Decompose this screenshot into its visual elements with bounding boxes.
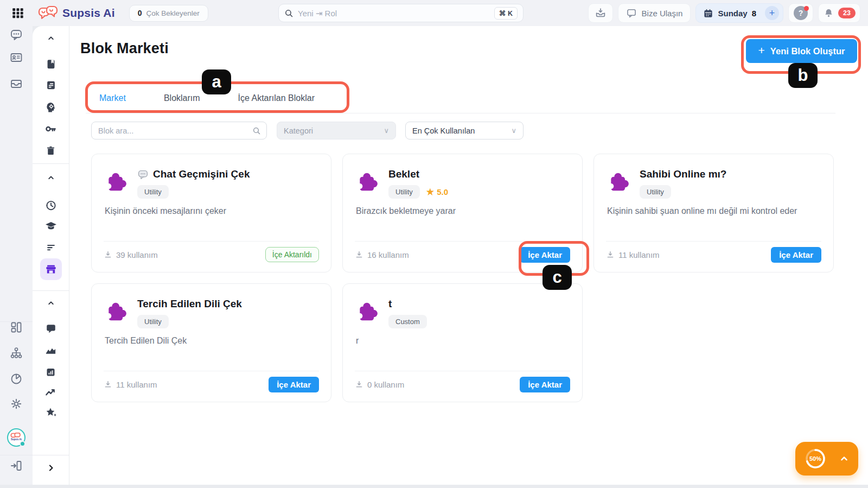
block-search-input[interactable]	[92, 122, 266, 139]
puzzle-icon	[356, 168, 380, 193]
plus-icon: +	[758, 44, 765, 57]
tab-imported-blocks[interactable]: İçe Aktarılan Bloklar	[238, 93, 315, 103]
top-bar: Supsis Ai 0 Çok Bekleyenler ⌘ K	[0, 0, 868, 26]
sidebar-item-contacts[interactable]	[9, 50, 24, 65]
help-button[interactable]: ?	[788, 3, 813, 23]
progress-percent: 50%	[804, 447, 827, 470]
category-badge: Custom	[388, 315, 427, 328]
sidebar-item-ai[interactable]	[43, 99, 59, 115]
svg-text:Supsis Ai: Supsis Ai	[11, 438, 22, 441]
category-badge: Utility	[640, 185, 671, 199]
import-button[interactable]: İçe Aktar	[269, 377, 319, 392]
sidebar-item-stats[interactable]	[43, 364, 59, 379]
card-title: Beklet	[388, 168, 419, 180]
sidebar-item-dashboard[interactable]	[9, 320, 24, 335]
sidebar-item-training[interactable]	[43, 219, 59, 234]
sidebar-item-conversations[interactable]	[9, 27, 24, 42]
sidebar-item-analytics[interactable]	[43, 343, 59, 358]
progress-fab[interactable]: 50%	[795, 442, 858, 476]
inner-sidebar	[33, 26, 69, 485]
sidebar-item-chats[interactable]	[43, 321, 59, 336]
tab-my-blocks[interactable]: Bloklarım	[164, 93, 200, 103]
notifications-button[interactable]: 23	[818, 3, 860, 23]
tray-icon	[10, 77, 23, 90]
sidebar-item-bookmarks[interactable]	[43, 56, 59, 72]
usage-count: 16 kullanım	[355, 250, 409, 259]
global-search[interactable]: ⌘ K	[278, 4, 524, 22]
import-button[interactable]: İçe Aktar	[520, 247, 570, 263]
history-icon	[44, 199, 57, 212]
main-content: Blok Marketi Market Bloklarım İçe Aktarı…	[69, 26, 868, 485]
block-card: Beklet Utility ★5.0 Birazcık bekletmeye …	[342, 154, 583, 272]
block-card: Sahibi Online mı? Utility Kişinin sahibi…	[593, 154, 834, 272]
chevron-up-icon	[839, 453, 850, 464]
usage-count: 11 kullanım	[606, 250, 660, 259]
puzzle-icon	[105, 298, 129, 323]
category-select[interactable]: Kategori ∨	[277, 122, 396, 140]
chat-icon	[626, 8, 637, 18]
download-icon	[606, 250, 615, 259]
date-button[interactable]: Sunday 8 +	[695, 3, 783, 23]
waiting-counter-pill[interactable]: 0 Çok Bekleyenler	[129, 5, 208, 22]
divider	[355, 371, 570, 371]
progress-ring: 50%	[804, 447, 827, 470]
app-grid-icon[interactable]	[11, 6, 25, 20]
star-icon: ★	[426, 187, 434, 197]
area-chart-icon	[44, 344, 57, 357]
block-search[interactable]	[91, 122, 267, 140]
chevron-down-icon: ∨	[511, 126, 516, 135]
card-title: Tercih Edilen Dili Çek	[137, 298, 242, 310]
add-event-button[interactable]: +	[765, 6, 779, 20]
annotation-label-c: c	[542, 265, 572, 290]
imported-badge: İçe Aktarıldı	[265, 247, 319, 262]
chevron-down-icon: ∨	[384, 126, 389, 135]
collapse-section-button[interactable]	[43, 30, 59, 46]
annotation-label-b: b	[788, 63, 818, 88]
category-select-value: Kategori	[284, 126, 313, 135]
download-icon	[104, 250, 112, 259]
search-icon	[252, 126, 261, 135]
divider	[104, 371, 319, 371]
inbox-button[interactable]	[588, 3, 613, 23]
sidebar-item-reports[interactable]	[9, 371, 24, 386]
rating: ★5.0	[426, 187, 448, 197]
help-notification-dot	[804, 6, 809, 11]
filter-lines-icon	[45, 242, 57, 253]
category-badge: Utility	[388, 185, 420, 199]
collapse-section-button[interactable]	[43, 295, 59, 310]
tab-market[interactable]: Market	[99, 93, 126, 103]
sidebar-item-trends[interactable]	[43, 385, 59, 400]
logo: Supsis Ai	[38, 5, 115, 21]
create-block-button[interactable]: + Yeni Blok Oluştur	[746, 39, 857, 63]
logout-button[interactable]	[9, 458, 24, 473]
sidebar-item-favorites[interactable]	[43, 405, 59, 420]
storefront-icon	[44, 263, 58, 276]
global-search-input[interactable]	[298, 9, 494, 18]
sidebar-item-orgchart[interactable]	[9, 345, 24, 360]
sidebar-item-history[interactable]	[43, 198, 59, 213]
sidebar-item-notes[interactable]	[43, 78, 59, 93]
sort-select[interactable]: En Çok Kullanılan ∨	[405, 122, 524, 140]
tab-underline	[86, 113, 835, 113]
usage-count: 0 kullanım	[355, 380, 404, 389]
divider	[104, 241, 319, 242]
divider	[355, 241, 570, 242]
sidebar-item-trash[interactable]	[43, 143, 59, 158]
card-description: r	[356, 336, 359, 346]
tab-bar: Market Bloklarım İçe Aktarılan Bloklar	[99, 93, 315, 103]
collapse-section-button[interactable]	[43, 170, 59, 185]
import-button[interactable]: İçe Aktar	[771, 247, 821, 263]
contact-us-button[interactable]: Bize Ulaşın	[618, 3, 691, 23]
user-avatar[interactable]: Supsis Ai	[7, 428, 25, 447]
import-button[interactable]: İçe Aktar	[520, 377, 570, 392]
expand-sidebar-button[interactable]	[43, 460, 59, 476]
logout-icon	[10, 459, 23, 472]
sidebar-item-api-keys[interactable]	[43, 121, 59, 136]
sidebar-item-block-market-active[interactable]	[40, 258, 62, 280]
block-cards-grid: Chat Geçmişini Çek Utility Kişinin öncek…	[91, 154, 834, 402]
sidebar-item-archive[interactable]	[9, 76, 24, 91]
card-title: Sahibi Online mı?	[640, 168, 726, 180]
sidebar-item-settings[interactable]	[9, 396, 24, 411]
sidebar-item-queues[interactable]	[43, 240, 59, 255]
chat-solid-icon	[45, 322, 57, 334]
